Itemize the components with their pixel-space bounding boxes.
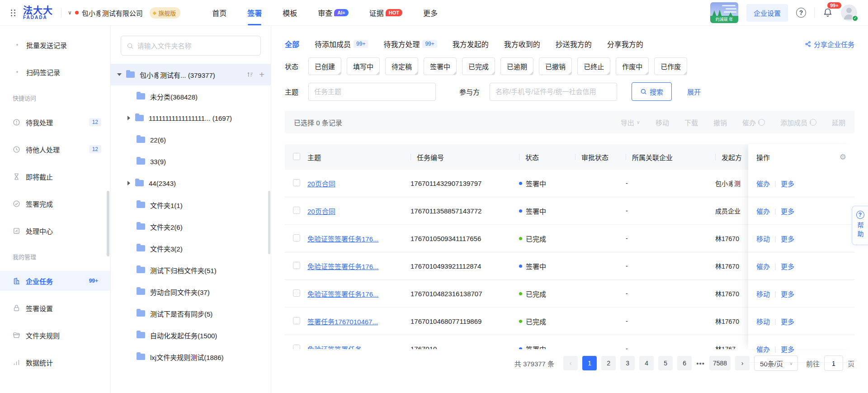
status-filter-revoked[interactable]: 已撤销 (539, 57, 572, 75)
row-checkbox[interactable] (293, 262, 300, 269)
urge-action[interactable]: 催办i (742, 118, 765, 127)
row-checkbox[interactable] (293, 234, 300, 241)
nav-evidence[interactable]: 证据 HOT (369, 0, 402, 25)
status-filter-voiding[interactable]: 作废中 (616, 57, 649, 75)
next-page-button[interactable]: › (735, 356, 750, 370)
more-link[interactable]: 更多 (781, 179, 794, 188)
sidebar-item-pending-me[interactable]: 待我处理 12 (0, 112, 110, 132)
search-button[interactable]: 搜索 (632, 82, 672, 101)
row-checkbox[interactable] (293, 207, 300, 214)
status-filter-completed[interactable]: 已完成 (462, 57, 495, 75)
folder-item-archive[interactable]: 测试下归档文件夹(51) (111, 259, 271, 281)
select-all-checkbox[interactable] (293, 153, 300, 160)
urge-link[interactable]: 催办 (756, 206, 770, 216)
more-link[interactable]: 更多 (781, 234, 794, 243)
page-button-1[interactable]: 1 (582, 356, 597, 370)
status-filter-terminated[interactable]: 已终止 (577, 57, 610, 75)
enterprise-settings-button[interactable]: 企业设置 (746, 4, 788, 22)
task-subject-link[interactable]: 免验证签签署任务176... (307, 263, 379, 270)
sidebar-item-statistics[interactable]: 数据统计 (0, 352, 110, 372)
row-checkbox[interactable] (293, 345, 300, 350)
sidebar-item-pending-others[interactable]: 待他人处理 12 (0, 139, 110, 159)
page-button-2[interactable]: 2 (601, 356, 616, 370)
folder-tree-root[interactable]: 包小豸测试有... (379377) + (111, 64, 271, 85)
tab-all[interactable]: 全部 (285, 38, 299, 49)
folder-item-33[interactable]: 33(9) (111, 151, 271, 172)
sidebar-item-task-center[interactable]: 处理中心 (0, 221, 110, 241)
add-member-action[interactable]: 添加成员i (780, 118, 816, 127)
help-icon[interactable]: ? (796, 8, 806, 18)
status-filter-drafting[interactable]: 待定稿 (385, 57, 418, 75)
sidebar-item-scan-sign[interactable]: 扫码签记录 (0, 62, 110, 82)
more-link[interactable]: 更多 (781, 261, 794, 271)
column-settings-gear-icon[interactable]: ⚙ (840, 152, 846, 162)
export-action[interactable]: 导出∨ (621, 118, 640, 127)
caret-down-icon[interactable] (117, 73, 122, 76)
tab-initiated[interactable]: 我方发起的 (453, 38, 489, 49)
sidebar-item-folder-rules[interactable]: 文件夹规则 (0, 325, 110, 345)
task-subject-link[interactable]: 签署任务1767010467... (307, 318, 378, 326)
folder-panel-scrollbar[interactable] (268, 191, 270, 254)
status-filter-signing[interactable]: 签署中 (424, 57, 457, 75)
folder-item-unclassified[interactable]: 未分类(368428) (111, 85, 271, 107)
page-button-last[interactable]: 7588 (709, 356, 731, 370)
nav-template[interactable]: 模板 (283, 0, 297, 25)
task-subject-link[interactable]: 免验证签签署任务... (307, 346, 368, 350)
folder-item-44[interactable]: 44(2343) (111, 172, 271, 194)
page-button-5[interactable]: 5 (658, 356, 673, 370)
status-filter-voided[interactable]: 已作废 (654, 57, 687, 75)
delay-action[interactable]: 延期 (832, 118, 845, 127)
page-button-6[interactable]: 6 (677, 356, 692, 370)
subject-input[interactable] (308, 83, 436, 101)
task-subject-link[interactable]: 20页合同 (307, 180, 335, 188)
more-link[interactable]: 更多 (781, 317, 794, 326)
urge-link[interactable]: 催办 (756, 179, 770, 188)
sidebar-item-enterprise-tasks[interactable]: 企业任务 99+ (0, 271, 110, 291)
move-link[interactable]: 移动 (756, 317, 770, 326)
folder-item-auto[interactable]: 自动化发起任务(1500) (111, 324, 271, 346)
user-avatar[interactable]: ✓ (841, 5, 857, 21)
more-link[interactable]: 更多 (781, 206, 794, 216)
tab-shared[interactable]: 分享我方的 (607, 38, 643, 49)
tab-cc[interactable]: 抄送我方的 (556, 38, 592, 49)
urge-link[interactable]: 催办 (756, 344, 770, 354)
status-filter-created[interactable]: 已创建 (308, 57, 341, 75)
folder-item-22[interactable]: 22(6) (111, 129, 271, 151)
more-link[interactable]: 更多 (781, 289, 794, 298)
folder-item-ones[interactable]: 11111111111111111... (1697) (111, 107, 271, 129)
tab-add-member[interactable]: 待添加成员 99+ (315, 38, 368, 49)
app-menu-icon[interactable] (11, 9, 16, 16)
sidebar-item-sign-settings[interactable]: 签署设置 (0, 298, 110, 318)
company-selector[interactable]: ∨ 包小豸测试有限公司 ◆ 旗舰版 (68, 7, 180, 19)
folder-item-sync[interactable]: 测试下是否有同步(5) (111, 303, 271, 324)
move-link[interactable]: 移动 (756, 234, 770, 243)
urge-link[interactable]: 催办 (756, 261, 770, 271)
task-subject-link[interactable]: 免验证签签署任务176... (307, 290, 379, 298)
folder-search-box[interactable] (121, 36, 261, 56)
page-button-4[interactable]: 4 (639, 356, 654, 370)
caret-right-icon[interactable] (127, 116, 130, 120)
tab-pending-ours[interactable]: 待我方处理 99+ (383, 38, 437, 49)
folder-item-2[interactable]: 文件夹2(6) (111, 216, 271, 237)
sort-icon[interactable] (246, 71, 254, 78)
sidebar-item-deadline[interactable]: 即将截止 (0, 166, 110, 186)
folder-item-3[interactable]: 文件夹3(2) (111, 237, 271, 259)
tab-received[interactable]: 我方收到的 (504, 38, 540, 49)
task-subject-link[interactable]: 免验证签签署任务176... (307, 235, 379, 243)
more-pages-icon[interactable]: ••• (696, 360, 705, 367)
sidebar-scrollbar[interactable] (107, 191, 109, 256)
help-floating-widget[interactable]: ? 帮助 (852, 206, 868, 245)
notifications-button[interactable]: 99+ (823, 8, 833, 18)
add-folder-icon[interactable]: + (259, 70, 264, 79)
folder-item-1[interactable]: 文件夹1(1) (111, 194, 271, 216)
folder-item-lxj[interactable]: lxj文件夹规则测试(1886) (111, 346, 271, 368)
nav-sign[interactable]: 签署 (247, 0, 262, 25)
nav-more[interactable]: 更多 (423, 0, 438, 25)
folder-search-input[interactable] (137, 42, 255, 50)
task-subject-link[interactable]: 20页合同 (307, 208, 335, 215)
carbon-saving-banner[interactable]: 约减碳 年 (710, 2, 738, 23)
sidebar-item-sign-done[interactable]: 签署完成 (0, 194, 110, 213)
share-enterprise-tasks-link[interactable]: 分享企业任务 (805, 39, 854, 49)
folder-item-labor[interactable]: 劳动合同文件夹(37) (111, 281, 271, 303)
row-checkbox[interactable] (293, 317, 300, 324)
